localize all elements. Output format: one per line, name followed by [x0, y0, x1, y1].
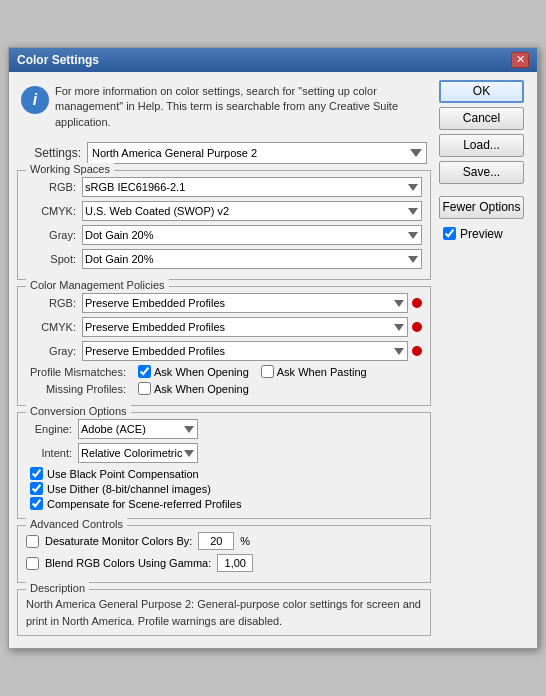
- desaturate-unit: %: [240, 535, 250, 547]
- cm-missing-profiles-checks: Ask When Opening: [138, 382, 422, 395]
- save-button[interactable]: Save...: [439, 161, 524, 184]
- engine-row: Engine: Adobe (ACE): [26, 419, 422, 439]
- desaturate-input[interactable]: [198, 532, 234, 550]
- color-mgmt-title: Color Management Policies: [26, 279, 169, 291]
- cm-ask-pasting-label: Ask When Pasting: [277, 366, 367, 378]
- cm-profile-mismatch-label: Profile Mismatches:: [26, 366, 126, 378]
- intent-select[interactable]: Relative Colorimetric: [78, 443, 198, 463]
- ws-rgb-select[interactable]: sRGB IEC61966-2.1: [82, 177, 422, 197]
- cm-ask-opening2-label: Ask When Opening: [154, 383, 249, 395]
- cm-cmyk-select[interactable]: Preserve Embedded Profiles: [82, 317, 408, 337]
- cm-ask-opening2-check: Ask When Opening: [138, 382, 249, 395]
- dither-row: Use Dither (8-bit/channel images): [26, 482, 422, 495]
- scene-referred-row: Compensate for Scene-referred Profiles: [26, 497, 422, 510]
- ws-spot-label: Spot:: [26, 253, 76, 265]
- cm-profile-mismatch-checks: Ask When Opening Ask When Pasting: [138, 365, 422, 378]
- cm-ask-pasting-checkbox[interactable]: [261, 365, 274, 378]
- dither-checkbox[interactable]: [30, 482, 43, 495]
- ws-cmyk-select[interactable]: U.S. Web Coated (SWOP) v2: [82, 201, 422, 221]
- cm-gray-dot: [412, 346, 422, 356]
- cm-missing-profiles-row: Missing Profiles: Ask When Opening: [26, 382, 422, 395]
- settings-select[interactable]: North America General Purpose 2: [87, 142, 427, 164]
- right-panel: OK Cancel Load... Save... Fewer Options …: [439, 80, 529, 640]
- cancel-button[interactable]: Cancel: [439, 107, 524, 130]
- fewer-options-button[interactable]: Fewer Options: [439, 196, 524, 219]
- preview-label: Preview: [460, 227, 503, 241]
- cm-ask-pasting-check: Ask When Pasting: [261, 365, 367, 378]
- cm-ask-opening-checkbox[interactable]: [138, 365, 151, 378]
- ws-cmyk-row: CMYK: U.S. Web Coated (SWOP) v2: [26, 201, 422, 221]
- black-point-checkbox[interactable]: [30, 467, 43, 480]
- cm-gray-select[interactable]: Preserve Embedded Profiles: [82, 341, 408, 361]
- desaturate-checkbox[interactable]: [26, 535, 39, 548]
- desaturate-row: Desaturate Monitor Colors By: %: [26, 532, 422, 550]
- scene-referred-checkbox[interactable]: [30, 497, 43, 510]
- dialog-title: Color Settings: [17, 53, 99, 67]
- engine-select[interactable]: Adobe (ACE): [78, 419, 198, 439]
- description-box: Description North America General Purpos…: [17, 589, 431, 636]
- desaturate-label: Desaturate Monitor Colors By:: [45, 535, 192, 547]
- cm-rgb-field: Preserve Embedded Profiles: [82, 293, 422, 313]
- working-spaces-title: Working Spaces: [26, 163, 114, 175]
- title-bar: Color Settings ✕: [9, 48, 537, 72]
- cm-cmyk-row: CMYK: Preserve Embedded Profiles: [26, 317, 422, 337]
- black-point-row: Use Black Point Compensation: [26, 467, 422, 480]
- advanced-title: Advanced Controls: [26, 518, 127, 530]
- cm-rgb-row: RGB: Preserve Embedded Profiles: [26, 293, 422, 313]
- ws-gray-select[interactable]: Dot Gain 20%: [82, 225, 422, 245]
- cm-cmyk-field: Preserve Embedded Profiles: [82, 317, 422, 337]
- preview-row: Preview: [439, 227, 529, 241]
- cm-cmyk-label: CMYK:: [26, 321, 76, 333]
- cm-gray-field: Preserve Embedded Profiles: [82, 341, 422, 361]
- cm-missing-profiles-label: Missing Profiles:: [26, 383, 126, 395]
- conversion-group: Conversion Options Engine: Adobe (ACE) I…: [17, 412, 431, 519]
- cm-ask-opening2-checkbox[interactable]: [138, 382, 151, 395]
- ws-gray-label: Gray:: [26, 229, 76, 241]
- settings-row: Settings: North America General Purpose …: [17, 142, 431, 164]
- info-text: For more information on color settings, …: [55, 84, 427, 130]
- settings-label: Settings:: [21, 146, 81, 160]
- cm-ask-opening-check: Ask When Opening: [138, 365, 249, 378]
- ok-button[interactable]: OK: [439, 80, 524, 103]
- info-row: i For more information on color settings…: [17, 80, 431, 134]
- dither-label: Use Dither (8-bit/channel images): [47, 483, 211, 495]
- ws-cmyk-label: CMYK:: [26, 205, 76, 217]
- description-text: North America General Purpose 2: General…: [26, 596, 422, 629]
- ws-spot-row: Spot: Dot Gain 20%: [26, 249, 422, 269]
- cm-rgb-label: RGB:: [26, 297, 76, 309]
- description-title: Description: [26, 582, 89, 594]
- scene-referred-label: Compensate for Scene-referred Profiles: [47, 498, 241, 510]
- black-point-label: Use Black Point Compensation: [47, 468, 199, 480]
- ws-rgb-row: RGB: sRGB IEC61966-2.1: [26, 177, 422, 197]
- preview-checkbox[interactable]: [443, 227, 456, 240]
- conversion-title: Conversion Options: [26, 405, 131, 417]
- blend-label: Blend RGB Colors Using Gamma:: [45, 557, 211, 569]
- working-spaces-group: Working Spaces RGB: sRGB IEC61966-2.1 CM…: [17, 170, 431, 280]
- color-mgmt-group: Color Management Policies RGB: Preserve …: [17, 286, 431, 406]
- intent-row: Intent: Relative Colorimetric: [26, 443, 422, 463]
- blend-row: Blend RGB Colors Using Gamma:: [26, 554, 422, 572]
- engine-label: Engine:: [26, 423, 72, 435]
- close-button[interactable]: ✕: [511, 52, 529, 68]
- cm-rgb-select[interactable]: Preserve Embedded Profiles: [82, 293, 408, 313]
- cm-gray-label: Gray:: [26, 345, 76, 357]
- dialog-body: i For more information on color settings…: [9, 72, 537, 648]
- ws-rgb-label: RGB:: [26, 181, 76, 193]
- cm-rgb-dot: [412, 298, 422, 308]
- cm-ask-opening-label: Ask When Opening: [154, 366, 249, 378]
- color-settings-dialog: Color Settings ✕ i For more information …: [8, 47, 538, 649]
- cm-gray-row: Gray: Preserve Embedded Profiles: [26, 341, 422, 361]
- ws-gray-row: Gray: Dot Gain 20%: [26, 225, 422, 245]
- intent-label: Intent:: [26, 447, 72, 459]
- load-button[interactable]: Load...: [439, 134, 524, 157]
- ws-spot-select[interactable]: Dot Gain 20%: [82, 249, 422, 269]
- blend-input[interactable]: [217, 554, 253, 572]
- cm-profile-mismatch-row: Profile Mismatches: Ask When Opening Ask…: [26, 365, 422, 378]
- left-panel: i For more information on color settings…: [17, 80, 431, 640]
- info-icon: i: [21, 86, 49, 114]
- blend-checkbox[interactable]: [26, 557, 39, 570]
- cm-cmyk-dot: [412, 322, 422, 332]
- advanced-group: Advanced Controls Desaturate Monitor Col…: [17, 525, 431, 583]
